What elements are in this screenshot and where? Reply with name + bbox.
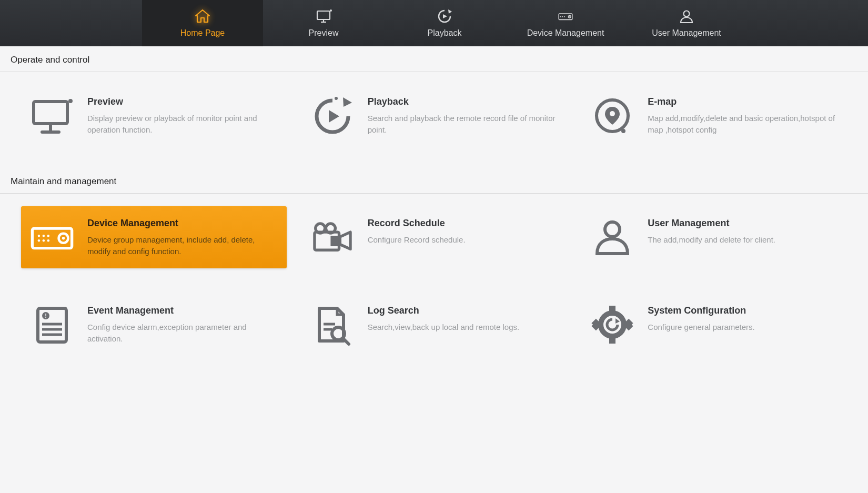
card-desc: Configure Record schedule. — [368, 234, 560, 246]
svg-marker-36 — [340, 232, 350, 249]
svg-point-3 — [330, 9, 332, 12]
svg-point-9 — [564, 16, 565, 17]
monitor-icon — [315, 8, 332, 24]
playback-circle-icon — [310, 94, 355, 137]
maintain-grid: Device Management Device group managemen… — [0, 194, 868, 377]
nav-label: Preview — [309, 28, 339, 38]
svg-rect-35 — [330, 236, 339, 246]
svg-point-8 — [562, 16, 563, 17]
card-desc: Configure general parameters. — [648, 321, 840, 333]
card-title: User Management — [648, 218, 840, 229]
card-desc: Config device alarm,exception parameter … — [87, 321, 279, 345]
svg-point-44 — [64, 307, 67, 310]
card-desc: Search,view,back up local and remote log… — [368, 321, 560, 333]
svg-point-25 — [43, 235, 45, 237]
nav-tab-home[interactable]: Home Page — [142, 0, 263, 46]
card-device-management[interactable]: Device Management Device group managemen… — [21, 206, 287, 268]
house-icon — [194, 8, 211, 24]
svg-rect-0 — [317, 11, 330, 19]
nav-tab-user-mgmt[interactable]: User Management — [626, 0, 747, 46]
document-search-icon — [310, 303, 355, 346]
card-desc: Display preview or playback of monitor p… — [87, 113, 279, 136]
svg-point-37 — [605, 222, 620, 237]
svg-point-28 — [43, 239, 45, 242]
operate-grid: Preview Display preview or playback of m… — [0, 72, 868, 168]
svg-point-29 — [47, 239, 49, 242]
svg-point-11 — [569, 16, 570, 17]
device-card-icon — [557, 8, 574, 24]
svg-point-21 — [610, 111, 615, 116]
svg-rect-13 — [34, 102, 67, 124]
svg-point-19 — [335, 97, 338, 100]
card-title: Playback — [368, 96, 560, 107]
playback-circle-icon — [436, 8, 453, 24]
user-icon — [678, 8, 695, 24]
card-preview[interactable]: Preview Display preview or playback of m… — [21, 85, 287, 147]
section-header-maintain: Maintain and management — [0, 168, 868, 194]
svg-point-22 — [621, 129, 625, 133]
svg-point-27 — [38, 239, 40, 242]
nav-label: Home Page — [180, 28, 225, 38]
svg-point-31 — [62, 237, 65, 239]
card-user-management[interactable]: User Management The add,modify and delet… — [581, 206, 847, 268]
video-camera-icon — [310, 216, 355, 259]
card-title: E-map — [648, 96, 840, 107]
card-desc: Search and playback the remote record fi… — [368, 113, 560, 136]
card-title: System Configuration — [648, 305, 840, 316]
gear-icon — [590, 303, 635, 346]
svg-point-7 — [560, 16, 561, 17]
card-playback[interactable]: Playback Search and playback the remote … — [301, 85, 567, 147]
svg-point-26 — [47, 235, 49, 237]
svg-line-48 — [343, 338, 349, 344]
svg-text:!: ! — [45, 313, 47, 319]
svg-marker-18 — [329, 110, 339, 123]
svg-point-12 — [684, 11, 690, 17]
card-log-search[interactable]: Log Search Search,view,back up local and… — [301, 294, 567, 356]
card-system-configuration[interactable]: System Configuration Configure general p… — [581, 294, 847, 356]
svg-marker-17 — [343, 97, 352, 107]
nav-tab-preview[interactable]: Preview — [263, 0, 384, 46]
section-header-operate: Operate and control — [0, 46, 868, 72]
nav-tab-playback[interactable]: Playback — [384, 0, 505, 46]
card-title: Device Management — [87, 218, 279, 229]
user-icon — [590, 216, 635, 259]
card-desc: Map add,modify,delete and basic operatio… — [648, 113, 840, 136]
card-title: Record Schedule — [368, 218, 560, 229]
card-desc: Device group management, include add, de… — [87, 234, 279, 257]
card-event-management[interactable]: ! Event Management Config device alarm,e… — [21, 294, 287, 356]
card-record-schedule[interactable]: Record Schedule Configure Record schedul… — [301, 206, 567, 268]
svg-point-24 — [38, 235, 40, 237]
svg-rect-23 — [32, 228, 72, 248]
card-title: Log Search — [368, 305, 560, 316]
card-title: Event Management — [87, 305, 279, 316]
nav-label: User Management — [652, 28, 721, 38]
nav-tab-device-mgmt[interactable]: Device Management — [505, 0, 626, 46]
svg-marker-5 — [443, 14, 447, 18]
svg-marker-58 — [615, 318, 620, 324]
svg-point-16 — [68, 99, 73, 103]
card-desc: The add,modify and delete for client. — [648, 234, 840, 246]
map-pin-circle-icon — [590, 94, 635, 137]
monitor-icon — [29, 94, 75, 137]
document-alert-icon: ! — [29, 303, 75, 346]
nav-label: Playback — [428, 28, 462, 38]
card-title: Preview — [87, 96, 279, 107]
top-nav: Home Page Preview Playback — [0, 0, 868, 46]
device-card-icon — [29, 216, 75, 259]
nav-label: Device Management — [527, 28, 604, 38]
card-emap[interactable]: E-map Map add,modify,delete and basic op… — [581, 85, 847, 147]
svg-marker-4 — [448, 9, 452, 14]
svg-point-57 — [601, 313, 624, 336]
